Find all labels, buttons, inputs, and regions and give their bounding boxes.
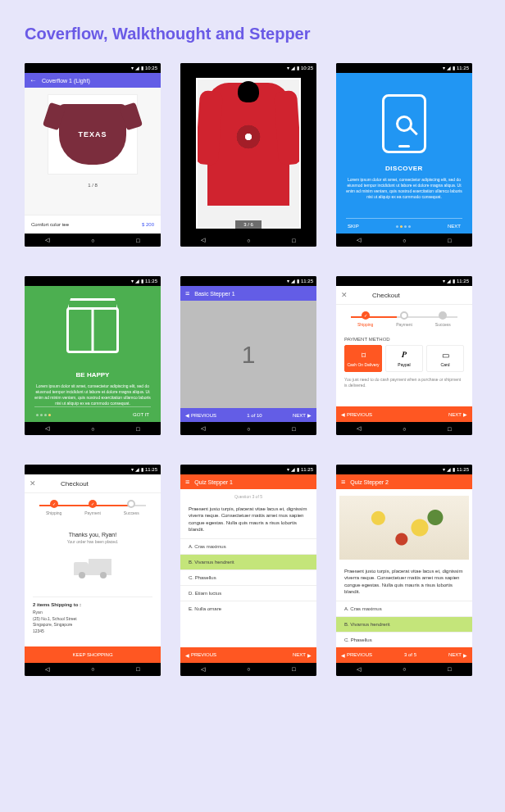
product-name: Comfort color tee — [31, 222, 69, 227]
stepper-footer: ◀ PREVIOUS NEXT ▶ — [336, 406, 472, 422]
coverflow-area[interactable]: TEXAS 1 / 8 — [25, 88, 161, 215]
battery-icon: ▮ — [453, 279, 455, 284]
back-nav-icon[interactable]: ◁ — [45, 666, 49, 673]
pager-indicator: 1 / 8 — [88, 183, 98, 188]
wifi-icon: ▾ — [443, 279, 445, 284]
phones-grid: ▾ ◢ ▮ 10:25 ← Coverflow 1 (Light) TEXAS … — [25, 63, 480, 676]
wifi-icon: ▾ — [287, 279, 289, 284]
home-nav-icon[interactable]: ○ — [247, 666, 250, 672]
hamburger-icon[interactable]: ≡ — [185, 289, 189, 297]
previous-button[interactable]: ◀ PREVIOUS — [341, 652, 372, 658]
home-nav-icon[interactable]: ○ — [247, 238, 250, 243]
phone-walkthrough-behappy: ▾ ◢ ▮ 11:25 BE HAPPY Lorem ipsum dolor s… — [25, 276, 161, 435]
ship-addr1: (25) No.1, School Street — [33, 616, 152, 623]
next-button[interactable]: NEXT ▶ — [293, 412, 312, 418]
option-c[interactable]: C. Phasellus — [180, 569, 316, 585]
thanks-message: Thanks you, Ryan! — [25, 532, 161, 538]
option-a[interactable]: A. Cras maximus — [180, 538, 316, 554]
pay-card[interactable]: ▭Card — [426, 345, 464, 372]
pay-cash[interactable]: ⌑Cash On Delivery — [344, 345, 382, 372]
home-nav-icon[interactable]: ○ — [91, 426, 94, 432]
page-title: Checkout — [372, 292, 400, 299]
order-placed: Your order has been placed. — [25, 539, 161, 544]
back-nav-icon[interactable]: ◁ — [201, 666, 205, 673]
recents-nav-icon[interactable]: □ — [136, 426, 139, 432]
clock: 11:25 — [457, 279, 469, 284]
home-nav-icon[interactable]: ○ — [403, 426, 406, 432]
wifi-icon: ▾ — [131, 66, 134, 70]
recents-nav-icon[interactable]: □ — [292, 666, 295, 672]
recents-nav-icon[interactable]: □ — [292, 238, 295, 243]
back-icon[interactable]: ← — [30, 76, 37, 84]
recents-nav-icon[interactable]: □ — [448, 238, 451, 243]
pager-indicator: 3 / 6 — [235, 220, 262, 229]
section-header: PAYMENT METHOD — [336, 333, 472, 345]
recents-nav-icon[interactable]: □ — [292, 426, 295, 432]
wifi-icon: ▾ — [443, 66, 445, 70]
option-b[interactable]: B. Vivamus hendrerit — [336, 616, 472, 632]
payment-note: You just need to do cash payment when a … — [336, 372, 472, 392]
previous-button[interactable]: ◀ PREVIOUS — [185, 412, 216, 418]
signal-icon: ◢ — [291, 279, 295, 284]
home-nav-icon[interactable]: ○ — [91, 666, 94, 672]
coverflow-area[interactable]: 3 / 6 — [180, 73, 316, 234]
home-nav-icon[interactable]: ○ — [91, 238, 94, 243]
option-e[interactable]: E. Nulla ornare — [180, 601, 316, 616]
battery-icon: ▮ — [141, 467, 143, 472]
modal-header: ✕ Checkout — [25, 474, 161, 493]
close-icon[interactable]: ✕ — [30, 479, 36, 488]
modal-header: ✕ Checkout — [336, 286, 472, 305]
close-icon[interactable]: ✕ — [341, 291, 348, 299]
hamburger-icon[interactable]: ≡ — [341, 478, 345, 486]
pager-indicator: 1 of 10 — [247, 413, 262, 418]
previous-button[interactable]: ◀ PREVIOUS — [341, 411, 372, 417]
next-button[interactable]: NEXT ▶ — [448, 411, 467, 417]
statusbar: ▾ ◢ ▮ 11:25 — [336, 276, 472, 286]
stepper-content[interactable]: 1 — [180, 301, 316, 408]
skip-button[interactable]: SKIP — [348, 224, 359, 229]
back-nav-icon[interactable]: ◁ — [357, 425, 361, 432]
gotit-button[interactable]: GOT IT — [133, 412, 149, 417]
pay-paypal[interactable]: 𝑷Paypal — [385, 345, 423, 372]
recents-nav-icon[interactable]: □ — [448, 666, 451, 672]
home-nav-icon[interactable]: ○ — [403, 666, 406, 672]
signal-icon: ◢ — [135, 467, 139, 472]
page-title: Checkout — [61, 480, 89, 488]
option-c[interactable]: C. Phasellus — [336, 632, 472, 647]
recents-nav-icon[interactable]: □ — [448, 426, 451, 432]
back-nav-icon[interactable]: ◁ — [45, 425, 49, 432]
next-button[interactable]: NEXT — [448, 224, 461, 229]
back-nav-icon[interactable]: ◁ — [201, 425, 205, 432]
android-navbar: ◁ ○ □ — [25, 234, 161, 247]
wifi-icon: ▾ — [287, 66, 289, 70]
appbar: ≡ Quiz Stepper 1 — [180, 474, 316, 489]
home-nav-icon[interactable]: ○ — [247, 426, 250, 432]
hamburger-icon[interactable]: ≡ — [185, 478, 189, 486]
previous-button[interactable]: ◀ PREVIOUS — [185, 652, 216, 658]
battery-icon: ▮ — [297, 279, 299, 284]
page-dots — [396, 225, 411, 228]
product-info: Comfort color tee $ 200 — [25, 215, 161, 234]
android-navbar: ◁ ○ □ — [336, 234, 472, 247]
option-b[interactable]: B. Vivamus hendrerit — [180, 554, 316, 569]
step-success: Success — [435, 322, 451, 327]
next-button[interactable]: NEXT ▶ — [293, 652, 312, 658]
statusbar: ▾ ◢ ▮ 11:25 — [25, 465, 161, 474]
statusbar: ▾ ◢ ▮ 11:25 — [336, 63, 472, 73]
recents-nav-icon[interactable]: □ — [136, 666, 139, 672]
option-a[interactable]: A. Cras maximus — [336, 601, 472, 616]
option-d[interactable]: D. Etiam luctus — [180, 585, 316, 601]
walkthrough-title: BE HAPPY — [76, 371, 110, 379]
home-nav-icon[interactable]: ○ — [403, 238, 406, 243]
back-nav-icon[interactable]: ◁ — [357, 666, 361, 673]
back-nav-icon[interactable]: ◁ — [201, 237, 205, 243]
next-button[interactable]: NEXT ▶ — [448, 652, 467, 658]
recents-nav-icon[interactable]: □ — [136, 238, 139, 243]
android-navbar: ◁ ○ □ — [180, 663, 316, 676]
cash-icon: ⌑ — [362, 351, 366, 360]
signal-icon: ◢ — [135, 279, 139, 284]
clock: 11:25 — [301, 279, 313, 284]
back-nav-icon[interactable]: ◁ — [45, 237, 49, 243]
back-nav-icon[interactable]: ◁ — [357, 237, 361, 243]
keep-shopping-button[interactable]: KEEP SHOPPING — [25, 646, 161, 663]
